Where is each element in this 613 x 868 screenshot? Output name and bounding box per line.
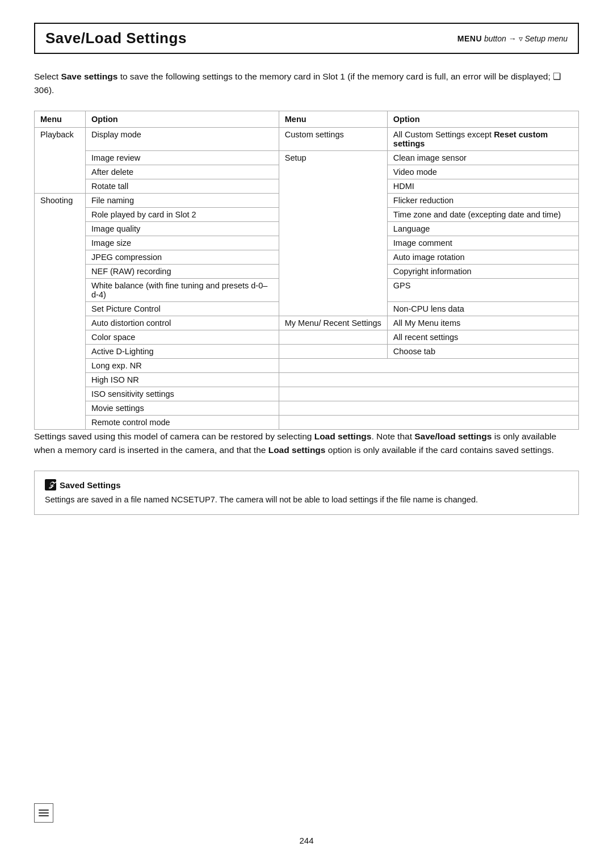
table-row: Playback Display mode Custom settings Al… xyxy=(35,128,579,151)
note-title: 𝒵 Saved Settings xyxy=(45,479,568,490)
intro-text1: Select xyxy=(34,72,61,81)
menu-custom: Custom settings xyxy=(279,128,387,151)
option-image-size: Image size xyxy=(86,236,279,250)
option-timezone: Time zone and date (excepting date and t… xyxy=(387,208,578,222)
table-row: High ISO NR xyxy=(35,373,579,387)
option-distortion: Auto distortion control xyxy=(86,316,279,330)
menu-italic: button xyxy=(484,34,509,43)
empty-cell5 xyxy=(279,416,578,430)
page: Save/Load Settings MENU button → ▿ Setup… xyxy=(0,0,613,868)
col2-header-menu: Menu xyxy=(279,111,387,128)
empty-cell2 xyxy=(279,373,578,387)
option-image-quality: Image quality xyxy=(86,222,279,236)
menu-mymenu: My Menu/ Recent Settings xyxy=(279,316,387,330)
option-after-delete: After delete xyxy=(86,165,279,179)
option-nef: NEF (RAW) recording xyxy=(86,265,279,279)
note-text: Settings are saved in a file named NCSET… xyxy=(45,494,568,506)
option-auto-rotation: Auto image rotation xyxy=(387,250,578,265)
option-clean-image: Clean image sensor xyxy=(387,151,578,165)
intro-bold1: Save settings xyxy=(61,72,117,81)
option-flicker: Flicker reduction xyxy=(387,194,578,208)
option-recent-settings: All recent settings xyxy=(387,330,578,345)
table-row: Color space All recent settings xyxy=(35,330,579,345)
intro-text3: ). xyxy=(49,85,54,95)
table-row: Active D-Lighting Choose tab xyxy=(35,345,579,359)
menu-icon-line1 xyxy=(39,810,49,811)
col2-header-option: Option xyxy=(387,111,578,128)
option-rotate-tall: Rotate tall xyxy=(86,179,279,194)
bottom-bold3: Load settings xyxy=(268,445,326,455)
option-language: Language xyxy=(387,222,578,236)
menu-label: MENU xyxy=(457,34,482,43)
option-colorspace: Color space xyxy=(86,330,279,345)
setup-label: Setup menu xyxy=(525,34,568,43)
menu-recent-empty xyxy=(279,330,387,345)
menu-shooting: Shooting xyxy=(35,194,86,430)
arrow: → xyxy=(509,34,517,43)
page-number: 244 xyxy=(299,836,313,845)
option-remote: Remote control mode xyxy=(86,416,279,430)
option-wb: White balance (with fine tuning and pres… xyxy=(86,279,279,302)
option-role-card: Role played by card in Slot 2 xyxy=(86,208,279,222)
col1-header-option: Option xyxy=(86,111,279,128)
option-noncpu: Non-CPU lens data xyxy=(387,302,578,316)
menu-choose-empty xyxy=(279,345,387,359)
option-hdmi: HDMI xyxy=(387,179,578,194)
bottom-bold1: Load settings xyxy=(314,431,372,441)
empty-cell xyxy=(279,359,578,373)
menu-icon-line3 xyxy=(39,815,49,816)
page-title: Save/Load Settings xyxy=(45,30,187,47)
note-icon: 𝒵 xyxy=(45,479,56,490)
bottom-text2: . Note that xyxy=(371,431,414,441)
option-pic-control: Set Picture Control xyxy=(86,302,279,316)
intro-text2: to save the following settings to the me… xyxy=(117,72,553,81)
option-longexp: Long exp. NR xyxy=(86,359,279,373)
menu-setup: Setup xyxy=(279,151,387,316)
intro-paragraph: Select Save settings to save the followi… xyxy=(34,70,579,97)
table-row: Auto distortion control My Menu/ Recent … xyxy=(35,316,579,330)
table-row: Long exp. NR xyxy=(35,359,579,373)
option-image-comment: Image comment xyxy=(387,236,578,250)
option-file-naming: File naming xyxy=(86,194,279,208)
table-row: Image review Setup Clean image sensor xyxy=(35,151,579,165)
settings-table: Menu Option Menu Option Playback Display… xyxy=(34,111,579,430)
bottom-text1: Settings saved using this model of camer… xyxy=(34,431,314,441)
menu-icon-box xyxy=(34,803,53,823)
table-row: Remote control mode xyxy=(35,416,579,430)
bottom-text4: option is only available if the card con… xyxy=(325,445,553,455)
table-row: Movie settings xyxy=(35,401,579,416)
col1-header-menu: Menu xyxy=(35,111,86,128)
option-video-mode: Video mode xyxy=(387,165,578,179)
option-jpeg: JPEG compression xyxy=(86,250,279,265)
option-display-mode: Display mode xyxy=(86,128,279,151)
menu-playback: Playback xyxy=(35,128,86,194)
option-choose-tab: Choose tab xyxy=(387,345,578,359)
option-image-review: Image review xyxy=(86,151,279,165)
note-title-text: Saved Settings xyxy=(60,480,121,490)
option-dlighting: Active D-Lighting xyxy=(86,345,279,359)
option-mymenu-items: All My Menu items xyxy=(387,316,578,330)
menu-icon-line2 xyxy=(39,812,49,814)
table-row: ISO sensitivity settings xyxy=(35,387,579,401)
empty-cell4 xyxy=(279,401,578,416)
note-box: 𝒵 Saved Settings Settings are saved in a… xyxy=(34,471,579,515)
page-header: Save/Load Settings MENU button → ▿ Setup… xyxy=(34,23,579,54)
setup-icon: ▿ xyxy=(519,34,525,43)
bottom-bold2: Save/load settings xyxy=(414,431,492,441)
bottom-paragraph: Settings saved using this model of camer… xyxy=(34,430,579,457)
option-custom-settings: All Custom Settings except Reset custom … xyxy=(387,128,578,151)
option-movie: Movie settings xyxy=(86,401,279,416)
option-iso-sens: ISO sensitivity settings xyxy=(86,387,279,401)
option-gps: GPS xyxy=(387,279,578,302)
option-highiso: High ISO NR xyxy=(86,373,279,387)
empty-cell3 xyxy=(279,387,578,401)
option-copyright: Copyright information xyxy=(387,265,578,279)
menu-path: MENU button → ▿ Setup menu xyxy=(457,34,568,43)
